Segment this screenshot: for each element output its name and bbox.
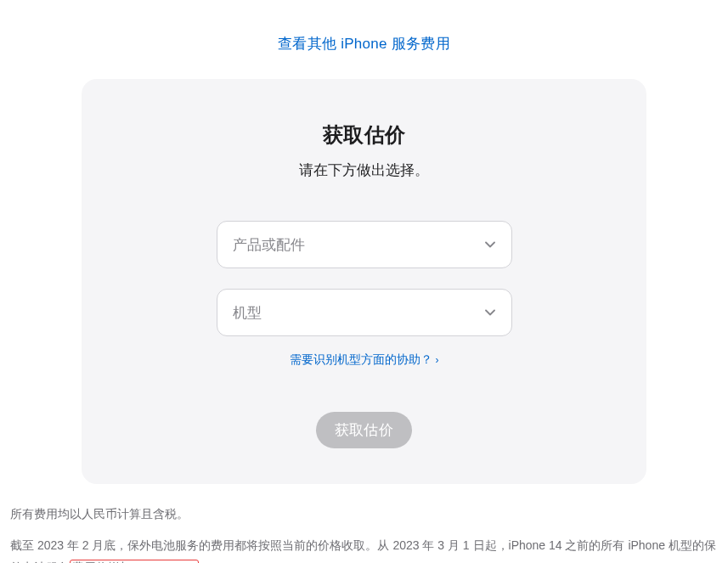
other-services-link[interactable]: 查看其他 iPhone 服务费用 <box>278 36 450 52</box>
card-title: 获取估价 <box>116 121 612 149</box>
chevron-down-icon <box>484 239 496 251</box>
chevron-down-icon <box>484 307 496 318</box>
identify-model-help-link[interactable]: 需要识别机型方面的协助？ › <box>290 352 439 368</box>
footer-note-1: 所有费用均以人民币计算且含税。 <box>10 503 718 526</box>
chevron-right-icon: › <box>436 354 439 366</box>
footer-notes: 所有费用均以人民币计算且含税。 截至 2023 年 2 月底，保外电池服务的费用… <box>0 484 728 563</box>
estimate-card: 获取估价 请在下方做出选择。 产品或配件 机型 需要识别机型方面的协助？ › 获… <box>82 79 646 484</box>
help-link-wrap: 需要识别机型方面的协助？ › <box>116 352 612 368</box>
product-select-placeholder: 产品或配件 <box>233 235 484 255</box>
model-select-placeholder: 机型 <box>233 303 484 323</box>
model-select[interactable]: 机型 <box>217 289 512 336</box>
card-subtitle: 请在下方做出选择。 <box>116 160 612 180</box>
price-increase-highlight: 费用将增加 RMB 169。 <box>70 560 199 563</box>
top-link-wrap: 查看其他 iPhone 服务费用 <box>0 0 728 79</box>
get-estimate-button[interactable]: 获取估价 <box>316 412 413 448</box>
footer-note-2: 截至 2023 年 2 月底，保外电池服务的费用都将按照当前的价格收取。从 20… <box>10 534 718 563</box>
help-link-label: 需要识别机型方面的协助？ <box>290 352 432 368</box>
product-select[interactable]: 产品或配件 <box>217 221 512 268</box>
page-container: 查看其他 iPhone 服务费用 获取估价 请在下方做出选择。 产品或配件 机型… <box>0 0 728 563</box>
